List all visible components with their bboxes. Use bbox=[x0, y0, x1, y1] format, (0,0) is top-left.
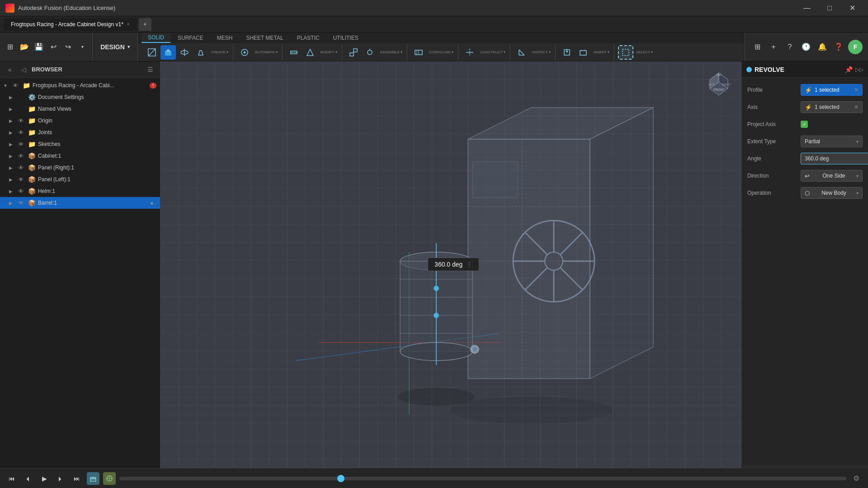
select-btn1[interactable] bbox=[618, 45, 633, 60]
maximize-button[interactable]: □ bbox=[819, 0, 840, 16]
tree-eye-barrel[interactable]: 👁 bbox=[16, 198, 25, 207]
timeline-track[interactable] bbox=[119, 477, 846, 480]
tree-eye-joints[interactable]: 👁 bbox=[16, 128, 25, 137]
insert-label[interactable]: INSERT ▾ bbox=[592, 50, 611, 54]
sketch-button[interactable] bbox=[144, 45, 160, 60]
redo-dropdown[interactable]: ▾ bbox=[76, 41, 89, 53]
tree-eye-cabinet[interactable]: 👁 bbox=[16, 151, 25, 160]
tree-item-panel-right[interactable]: ▶ 👁 📦 Panel (Right):1 bbox=[0, 162, 160, 174]
tree-eye-sketches[interactable]: 👁 bbox=[16, 140, 25, 149]
modify-label[interactable]: MODIFY ▾ bbox=[319, 50, 339, 54]
construct-btn1[interactable] bbox=[462, 45, 477, 60]
tree-item-panel-left[interactable]: ▶ 👁 📦 Panel (Left):1 bbox=[0, 174, 160, 185]
extrude-button[interactable] bbox=[160, 45, 176, 60]
grid-button[interactable]: ⊞ bbox=[4, 41, 16, 53]
revolve-axis-value[interactable]: ⚡ 1 selected ✕ bbox=[801, 101, 863, 113]
recent-button[interactable]: 🕐 bbox=[799, 40, 813, 54]
modify-btn2[interactable] bbox=[302, 45, 318, 60]
tree-eye-panel-left[interactable]: 👁 bbox=[16, 175, 25, 184]
user-avatar[interactable]: F bbox=[848, 40, 863, 54]
tab-sheet-metal[interactable]: SHEET METAL bbox=[240, 33, 289, 43]
configure-btn1[interactable] bbox=[411, 45, 426, 60]
timeline-thumb[interactable] bbox=[337, 475, 344, 482]
save-button[interactable]: 💾 bbox=[33, 41, 45, 53]
revolve-pin-button[interactable]: 📌 bbox=[845, 66, 853, 73]
tree-item-sketches[interactable]: ▶ 👁 📁 Sketches bbox=[0, 138, 160, 150]
revolve-direction-dropdown[interactable]: ↩ One Side ▾ bbox=[801, 170, 863, 182]
document-tab[interactable]: Frogtopus Racing - Arcade Cabinet Design… bbox=[4, 18, 137, 31]
browser-collapse-button[interactable]: « bbox=[5, 64, 15, 75]
tab-surface[interactable]: SURFACE bbox=[171, 33, 210, 43]
timeline-item-2[interactable] bbox=[103, 472, 116, 485]
revolve-profile-value[interactable]: ⚡ 1 selected ✕ bbox=[801, 84, 863, 96]
modify-btn1[interactable] bbox=[286, 45, 302, 60]
operation-icon: ⬡ bbox=[805, 190, 810, 197]
inspect-label[interactable]: INSPECT ▾ bbox=[530, 50, 552, 54]
automate-btn1[interactable] bbox=[237, 45, 252, 60]
tree-eye-helm[interactable]: 👁 bbox=[16, 187, 25, 196]
timeline-play-button[interactable]: ▶ bbox=[38, 472, 51, 485]
configure-label[interactable]: CONFIGURE ▾ bbox=[427, 50, 455, 54]
select-label[interactable]: SELECT ▾ bbox=[634, 50, 655, 54]
automate-label[interactable]: AUTOMATE ▾ bbox=[253, 50, 279, 54]
revolve-expand-button[interactable]: ▷▷ bbox=[855, 66, 863, 73]
tree-item-named-views[interactable]: ▶ 📁 Named Views bbox=[0, 103, 160, 115]
angle-menu-button[interactable]: ⋮ bbox=[466, 261, 472, 268]
construct-label[interactable]: CONSTRUCT ▾ bbox=[478, 50, 507, 54]
add-button[interactable]: + bbox=[767, 40, 780, 54]
open-button[interactable]: 📂 bbox=[18, 41, 31, 53]
tree-eye-origin[interactable]: 👁 bbox=[16, 116, 25, 125]
tree-item-joints[interactable]: ▶ 👁 📁 Joints bbox=[0, 127, 160, 138]
minimize-button[interactable]: — bbox=[797, 0, 817, 16]
timeline-next-button[interactable]: ⏵ bbox=[54, 472, 67, 485]
insert-btn1[interactable] bbox=[559, 45, 575, 60]
cube-navigator[interactable]: FRONT LEFT RIGHT TOP bbox=[701, 66, 737, 102]
tree-root-eye[interactable]: 👁 bbox=[11, 81, 20, 90]
revolve-button[interactable] bbox=[177, 45, 192, 60]
timeline-item-1[interactable] bbox=[87, 472, 99, 485]
close-button[interactable]: ✕ bbox=[842, 0, 863, 16]
tree-item-doc-settings[interactable]: ▶ ⚙️ Document Settings bbox=[0, 91, 160, 103]
browser-menu-button[interactable]: ☰ bbox=[145, 64, 156, 75]
timeline-settings-button[interactable]: ⚙ bbox=[850, 472, 863, 485]
revolve-angle-input[interactable] bbox=[801, 153, 868, 164]
browser-nav-button[interactable]: ◁ bbox=[18, 64, 29, 75]
timeline-prev-button[interactable]: ⏴ bbox=[22, 472, 34, 485]
tab-utilities[interactable]: UTILITIES bbox=[327, 33, 365, 43]
redo-button[interactable]: ↪ bbox=[61, 41, 74, 53]
revolve-project-axis-checkbox[interactable]: ✓ bbox=[801, 121, 808, 128]
inspect-btn1[interactable] bbox=[514, 45, 529, 60]
tree-eye-panel-right[interactable]: 👁 bbox=[16, 163, 25, 172]
tab-close-button[interactable]: × bbox=[127, 22, 130, 27]
assemble-btn1[interactable] bbox=[346, 45, 361, 60]
timeline-start-button[interactable]: ⏮ bbox=[5, 472, 18, 485]
viewport[interactable]: 360.0 deg ⋮ FRONT LEFT RIGHT TOP ▾ bbox=[160, 61, 741, 488]
tree-root-item[interactable]: ▼ 👁 📁 Frogtopus Racing - Arcade Cabi... … bbox=[0, 80, 160, 91]
construct-group: CONSTRUCT ▾ bbox=[459, 43, 510, 61]
timeline-end-button[interactable]: ⏭ bbox=[71, 472, 83, 485]
add-tab-button[interactable]: + bbox=[139, 18, 151, 31]
tree-item-origin[interactable]: ▶ 👁 📁 Origin bbox=[0, 115, 160, 127]
tree-item-helm[interactable]: ▶ 👁 📦 Helm:1 bbox=[0, 185, 160, 197]
assemble-btn2[interactable] bbox=[362, 45, 377, 60]
tree-item-barrel[interactable]: ▶ 👁 📦 Barrel:1 ● bbox=[0, 197, 160, 209]
loft-button[interactable] bbox=[193, 45, 208, 60]
revolve-operation-dropdown[interactable]: ⬡ New Body ▾ bbox=[801, 187, 863, 199]
notifications-button[interactable]: 🔔 bbox=[816, 40, 829, 54]
tutorials-button[interactable]: ? bbox=[783, 40, 797, 54]
tab-solid[interactable]: SOLID bbox=[142, 33, 170, 43]
axis-clear-button[interactable]: ✕ bbox=[854, 104, 859, 110]
revolve-extent-type-dropdown[interactable]: Partial ▾ bbox=[801, 136, 863, 147]
tab-mesh[interactable]: MESH bbox=[211, 33, 239, 43]
profile-clear-button[interactable]: ✕ bbox=[854, 87, 859, 93]
undo-button[interactable]: ↩ bbox=[47, 41, 60, 53]
tree-item-cabinet[interactable]: ▶ 👁 📦 Cabinet:1 bbox=[0, 150, 160, 162]
tab-plastic[interactable]: PLASTIC bbox=[291, 33, 326, 43]
design-workspace-button[interactable]: DESIGN ▾ bbox=[93, 33, 138, 61]
create-label[interactable]: CREATE ▾ bbox=[209, 50, 230, 54]
grid-options-button[interactable]: ⊞ bbox=[750, 40, 764, 54]
insert-btn2[interactable] bbox=[576, 45, 591, 60]
help-button[interactable]: ❓ bbox=[832, 40, 845, 54]
assemble-label[interactable]: ASSEMBLE ▾ bbox=[378, 50, 404, 54]
tree-icon-panel-left: 📦 bbox=[27, 175, 36, 184]
